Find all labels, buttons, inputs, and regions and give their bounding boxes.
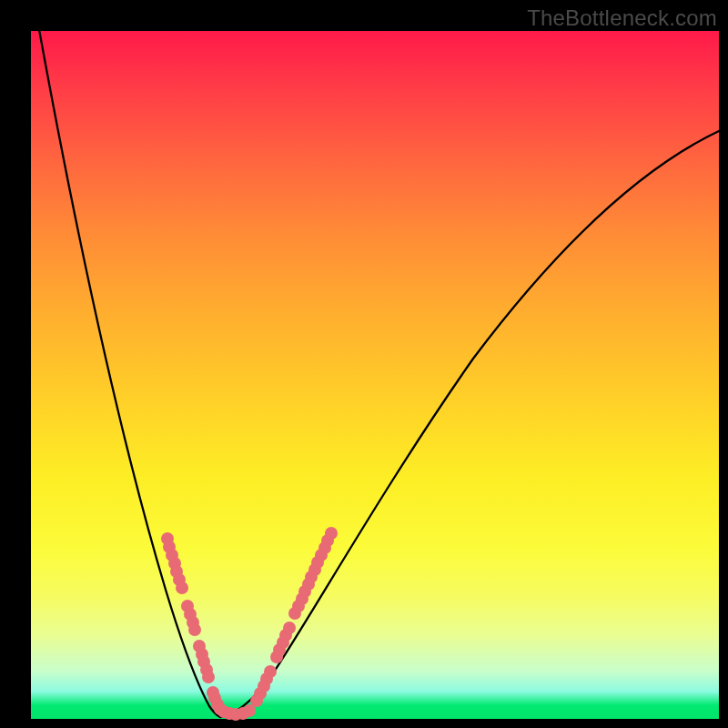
- bead-left-mid: [188, 623, 201, 636]
- bead-right-lower: [264, 665, 277, 678]
- bead-left-lower: [202, 671, 215, 683]
- watermark-label: TheBottleneck.com: [527, 5, 717, 31]
- bead-left-upper: [176, 581, 188, 594]
- bead-right-upper: [325, 527, 338, 540]
- chart-frame: TheBottleneck.com: [0, 0, 728, 728]
- chart-svg: [31, 31, 719, 719]
- bead-right-mid: [283, 622, 296, 634]
- plot-area: [31, 31, 719, 719]
- bead-group: [161, 527, 338, 721]
